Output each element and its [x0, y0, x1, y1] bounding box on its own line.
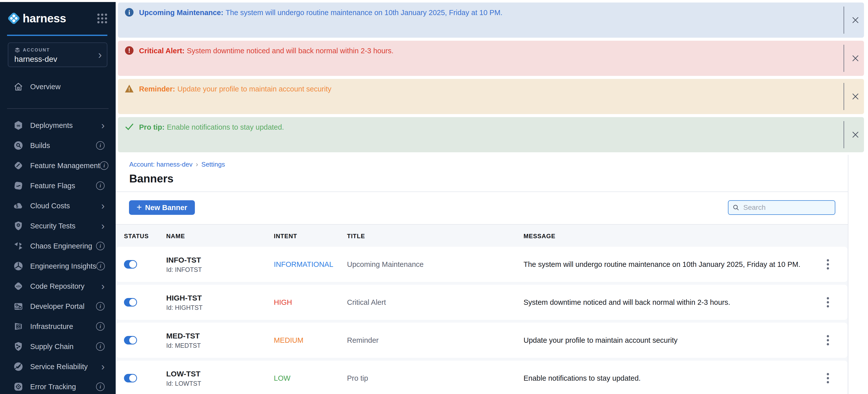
- sidebar-item-infrastructure[interactable]: Infrastructure: [0, 316, 116, 336]
- home-icon: [13, 81, 24, 92]
- status-toggle[interactable]: [124, 336, 137, 344]
- breadcrumb-account-link[interactable]: Account: harness-dev: [129, 161, 192, 168]
- toggle-knob: [129, 375, 136, 382]
- sidebar-item-error-tracking[interactable]: Error Tracking: [0, 377, 116, 394]
- close-icon: [851, 131, 860, 139]
- sidebar-item-engineering-insights[interactable]: Engineering Insights: [0, 256, 116, 276]
- banner-close-button[interactable]: [851, 130, 860, 139]
- chevron-right-icon: [101, 281, 104, 291]
- banner-success: Pro tip:Enable notifications to stay upd…: [118, 117, 864, 152]
- module-grid-icon[interactable]: [97, 13, 107, 23]
- banner-label: Critical Alert:: [139, 47, 185, 55]
- sidebar-item-label: Developer Portal: [30, 302, 85, 310]
- banner-label: Upcoming Maintenance:: [139, 8, 223, 17]
- status-toggle[interactable]: [124, 374, 137, 383]
- column-header-name: NAME: [166, 233, 185, 240]
- search-icon: [733, 204, 740, 211]
- banner-name: INFO-TST: [166, 256, 202, 265]
- sidebar-item-label: Feature Flags: [30, 182, 75, 190]
- page-title: Banners: [129, 172, 174, 185]
- banner-intent: INFORMATIONAL: [274, 260, 333, 269]
- sidebar-item-feature-management[interactable]: Feature Management: [0, 156, 116, 176]
- deployments-icon: ∞: [13, 120, 24, 131]
- banner-label: Reminder:: [139, 85, 175, 93]
- sidebar-item-overview[interactable]: Overview: [0, 77, 116, 97]
- row-menu-button[interactable]: [825, 372, 831, 385]
- banner-id: Id: INFOTST: [166, 266, 202, 273]
- banner-message: System downtime noticed and will back no…: [187, 47, 394, 55]
- supply-chain-icon: [13, 341, 24, 352]
- sidebar-item-chaos-engineering[interactable]: Chaos Engineering: [0, 236, 116, 256]
- breadcrumb: Account: harness-dev › Settings: [129, 160, 225, 168]
- sidebar-item-label: Security Tests: [30, 222, 75, 230]
- banner-separator: [844, 83, 844, 110]
- sidebar-item-builds[interactable]: Builds: [0, 135, 116, 156]
- info-icon[interactable]: [96, 262, 105, 270]
- engineering-insights-icon: [13, 261, 24, 271]
- info-icon[interactable]: [100, 161, 108, 170]
- account-selector[interactable]: ACCOUNT harness-dev ›: [8, 42, 107, 67]
- row-menu-button[interactable]: [825, 334, 831, 347]
- banner-close-button[interactable]: [851, 54, 860, 63]
- sidebar-item-security-tests[interactable]: Security Tests: [0, 216, 116, 236]
- sidebar-item-label: Builds: [30, 141, 50, 150]
- row-menu-button[interactable]: [825, 296, 831, 309]
- banner-close-button[interactable]: [851, 92, 860, 101]
- banner-title: Pro tip: [347, 374, 368, 383]
- sidebar: harness ACCOUNT harness-dev › Overview: [0, 2, 116, 394]
- sidebar-item-developer-portal[interactable]: Developer Portal: [0, 296, 116, 316]
- feature-flags-icon: [13, 180, 24, 191]
- banner-id: Id: MEDTST: [166, 342, 201, 349]
- sidebar-item-supply-chain[interactable]: Supply Chain: [0, 336, 116, 357]
- sidebar-item-feature-flags[interactable]: Feature Flags: [0, 176, 116, 196]
- builds-icon: [13, 140, 24, 151]
- table-row: HIGH-TST Id: HIGHTST HIGH Critical Alert…: [116, 285, 847, 320]
- close-icon: [851, 54, 860, 62]
- sidebar-item-label: Supply Chain: [30, 342, 74, 351]
- table-row: INFO-TST Id: INFOTST INFORMATIONAL Upcom…: [116, 247, 847, 282]
- sidebar-item-service-reliability[interactable]: Service Reliability: [0, 357, 116, 377]
- account-label: ACCOUNT: [23, 47, 50, 53]
- info-icon[interactable]: [96, 242, 104, 250]
- sidebar-item-code-repository[interactable]: </> Code Repository: [0, 276, 116, 296]
- feature-management-icon: [13, 160, 24, 171]
- info-icon[interactable]: [96, 182, 104, 190]
- info-icon[interactable]: [96, 383, 104, 391]
- breadcrumb-settings-link[interactable]: Settings: [202, 161, 225, 168]
- banner-separator: [844, 6, 844, 34]
- table-row: LOW-TST Id: LOWTST LOW Pro tip Enable no…: [116, 361, 847, 394]
- code-repository-icon: </>: [13, 281, 24, 292]
- harness-logo-icon: [7, 11, 21, 25]
- harness-logo-text: harness: [23, 11, 66, 25]
- banner-name: HIGH-TST: [166, 294, 203, 302]
- sidebar-item-deployments[interactable]: ∞ Deployments: [0, 115, 116, 135]
- account-name: harness-dev: [14, 55, 107, 64]
- column-header-message: MESSAGE: [524, 233, 555, 240]
- info-icon[interactable]: [96, 322, 104, 331]
- banner-id: Id: HIGHTST: [166, 304, 203, 311]
- info-icon[interactable]: [96, 141, 104, 150]
- banner-name: MED-TST: [166, 331, 201, 340]
- banner-separator: [844, 45, 844, 72]
- status-toggle[interactable]: [124, 298, 137, 306]
- banners-table: STATUS NAME INTENT TITLE MESSAGE INFO-TS…: [116, 224, 848, 394]
- sidebar-item-label: Infrastructure: [30, 322, 73, 331]
- row-menu-button[interactable]: [825, 258, 831, 271]
- banner-close-button[interactable]: [851, 15, 860, 25]
- banner-name: LOW-TST: [166, 369, 201, 379]
- info-icon[interactable]: [96, 342, 104, 351]
- info-icon[interactable]: [96, 302, 104, 310]
- sidebar-item-label: Deployments: [30, 121, 73, 130]
- search-input[interactable]: [743, 203, 831, 212]
- status-toggle[interactable]: [124, 260, 137, 269]
- banner-intent: MEDIUM: [274, 336, 304, 344]
- sidebar-item-cloud-costs[interactable]: $ Cloud Costs: [0, 196, 116, 216]
- banner-message-cell: Update your profile to maintain account …: [524, 336, 678, 344]
- column-header-title: TITLE: [347, 233, 365, 240]
- banner-critical: ! Critical Alert:System downtime noticed…: [118, 41, 864, 76]
- toggle-knob: [129, 261, 136, 268]
- banner-message: Enable notifications to stay updated.: [167, 123, 284, 131]
- svg-text:!: !: [128, 86, 130, 93]
- search-box: [728, 200, 835, 215]
- new-banner-button[interactable]: + New Banner: [129, 200, 195, 215]
